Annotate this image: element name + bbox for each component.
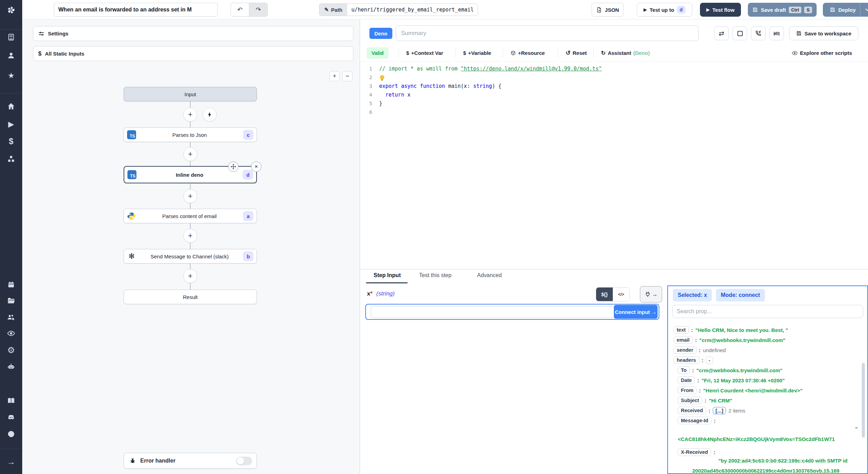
node-result[interactable]: Result <box>124 290 257 304</box>
search-prop-input[interactable] <box>672 305 863 318</box>
add-step-button[interactable]: + <box>183 269 197 283</box>
deploy-dropdown-chevron-icon[interactable] <box>860 8 868 11</box>
add-context-var-button[interactable]: $ +Context Var <box>406 47 443 59</box>
tree-value-line[interactable]: 20020ad45c63000000b00622199cc4d0mr130376… <box>668 468 866 473</box>
all-static-inputs-button[interactable]: $ All Static Inputs <box>33 46 353 61</box>
redo-button[interactable]: ↷ <box>249 3 268 17</box>
collapse-toggle[interactable]: - <box>706 357 713 364</box>
flow-title-input[interactable] <box>54 3 218 17</box>
tree-value-line[interactable]: <CAC818hk4NphcENz=iKcz2BQGUjkVym8Vos=TSO… <box>668 436 866 446</box>
test-flow-button[interactable]: ▶ Test flow <box>700 3 741 17</box>
flow-settings-button[interactable]: Settings <box>33 26 353 41</box>
tab-step-input[interactable]: Step Input <box>374 272 401 278</box>
error-handler-toggle[interactable] <box>236 457 252 465</box>
tree-key[interactable]: headers <box>674 356 699 364</box>
node-step-b[interactable]: ✻ Send Message to Channel (slack) b <box>124 249 257 264</box>
add-step-button[interactable]: + <box>183 189 197 203</box>
assistant-lang-label: (Deno) <box>633 50 650 56</box>
summary-input[interactable] <box>396 25 699 41</box>
tree-key[interactable]: Received <box>678 407 706 414</box>
runs-play-icon[interactable]: ▶ <box>0 118 22 131</box>
template-mode-segment[interactable]: ${} <box>596 288 613 301</box>
workspace-icon[interactable] <box>0 31 22 43</box>
connect-plug-button[interactable]: → <box>640 286 662 302</box>
code-comment: // import * as wmill from <box>379 66 461 72</box>
retry-settings-button[interactable]: ⇄ <box>714 26 729 40</box>
reset-button[interactable]: ↺ Reset <box>566 47 587 59</box>
input-mode-toggle[interactable]: ${} </> <box>596 287 630 301</box>
lightbulb-icon[interactable] <box>380 75 384 80</box>
undo-button[interactable]: ↶ <box>231 3 249 17</box>
variables-dollar-icon[interactable]: $ <box>0 135 22 148</box>
path-editor[interactable]: ✎Path u/henri/triggered_by_email_report_… <box>319 3 478 16</box>
tree-key[interactable]: Subject <box>678 397 702 404</box>
suspend-approval-button[interactable] <box>751 26 766 40</box>
folders-icon[interactable] <box>0 294 22 307</box>
connect-input-button[interactable]: Connect input → <box>614 305 658 319</box>
delete-step-button[interactable]: × <box>251 161 261 172</box>
favorites-star-icon[interactable]: ★ <box>0 69 22 82</box>
deploy-button[interactable]: Deploy <box>823 3 868 17</box>
audit-eye-icon[interactable] <box>0 327 22 340</box>
discord-icon[interactable] <box>0 411 22 424</box>
schedules-calendar-icon[interactable] <box>0 278 22 291</box>
tree-key[interactable]: sender <box>674 346 696 354</box>
explore-other-scripts-button[interactable]: Explore other scripts <box>792 47 852 59</box>
tree-key[interactable]: To <box>678 366 690 374</box>
tree-value[interactable]: "Henri Courdent <henri@windmill.dev>" <box>703 388 802 393</box>
node-input[interactable]: Input <box>124 87 257 101</box>
collapse-arrow-icon[interactable]: → <box>0 456 22 468</box>
github-icon[interactable] <box>0 428 22 440</box>
selected-badge: Selected: x <box>673 289 712 301</box>
graph-zoom-out-button[interactable]: − <box>342 71 352 81</box>
save-draft-button[interactable]: Save draft Ctrl S <box>748 3 817 17</box>
resources-cubes-icon[interactable] <box>0 153 22 165</box>
tab-advanced[interactable]: Advanced <box>477 272 502 278</box>
step-input-field[interactable] <box>371 306 615 318</box>
graph-zoom-in-button[interactable]: + <box>329 71 340 81</box>
tree-key[interactable]: Message-Id <box>678 417 711 424</box>
add-variable-button[interactable]: $ +Variable <box>463 47 491 59</box>
tree-scrollbar[interactable] <box>862 363 865 438</box>
node-step-c[interactable]: TS Parses to Json c <box>124 127 257 142</box>
tree-value[interactable]: undefined <box>703 347 726 353</box>
add-step-button[interactable]: + <box>183 229 197 243</box>
play-icon: ▶ <box>644 7 647 12</box>
docs-book-icon[interactable] <box>0 394 22 407</box>
tree-key[interactable]: X-Received <box>678 448 711 456</box>
toolbar-divider <box>593 48 594 58</box>
tab-test-this-step[interactable]: Test this step <box>419 272 451 278</box>
assistant-button[interactable]: ↻ Assistant (Deno) <box>601 47 650 59</box>
settings-gear-icon[interactable]: ⚙ <box>0 344 22 356</box>
expand-array-button[interactable]: [...] <box>713 407 726 414</box>
code-mode-segment[interactable]: </> <box>613 288 629 301</box>
tree-key[interactable]: email <box>674 336 693 344</box>
tree-value[interactable]: "Hi CRM" <box>709 398 732 404</box>
add-resource-button[interactable]: +Resource <box>510 47 545 59</box>
error-handler-node[interactable]: Error handler <box>124 453 257 469</box>
add-step-button[interactable]: + <box>183 147 197 161</box>
robot-icon[interactable] <box>0 360 22 373</box>
tree-value[interactable]: "crm@webhooks.trywindmill.com" <box>699 337 785 343</box>
save-to-workspace-button[interactable]: Save to workspace <box>789 26 858 40</box>
move-step-button[interactable] <box>228 161 239 172</box>
tree-value[interactable]: "Hello CRM, Nice to meet you. Best, " <box>695 327 788 333</box>
node-step-a[interactable]: Parses content of email a <box>124 209 257 223</box>
add-step-button[interactable]: + <box>183 108 197 122</box>
groups-users-gear-icon[interactable] <box>0 311 22 324</box>
tree-key[interactable]: From <box>678 386 696 394</box>
windmill-logo-icon[interactable] <box>0 4 22 16</box>
home-icon[interactable] <box>0 100 22 113</box>
json-button[interactable]: JSON <box>592 3 624 17</box>
tree-key[interactable]: Date <box>678 376 695 384</box>
tree-value[interactable]: "crm@webhooks.trywindmill.com" <box>696 367 783 373</box>
test-up-to-button[interactable]: ▶ Test up to d <box>637 3 692 17</box>
tree-value-line[interactable]: "by 2002:ad4:5c63:0:b0:622:199c:c4d0 wit… <box>668 458 866 467</box>
trigger-bolt-button[interactable] <box>203 108 217 122</box>
tree-value-line[interactable]: " <box>668 426 858 435</box>
stop-condition-button[interactable] <box>733 26 747 40</box>
user-icon[interactable] <box>0 49 22 62</box>
sleep-button[interactable] <box>769 26 784 40</box>
tree-key[interactable]: text <box>674 326 689 334</box>
tree-value[interactable]: "Fri, 12 May 2023 07:30:46 +0200" <box>701 377 785 383</box>
